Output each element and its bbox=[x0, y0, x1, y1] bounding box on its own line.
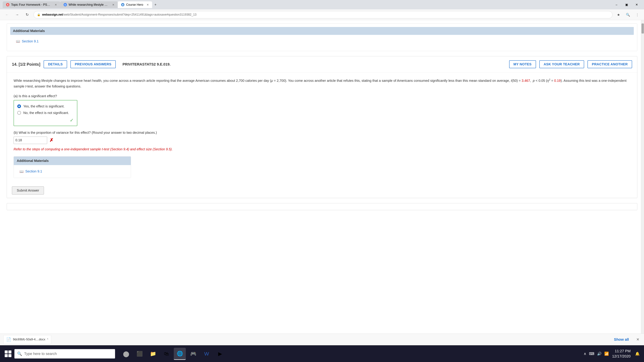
submit-answer-button[interactable]: Submit Answer bbox=[12, 186, 44, 195]
question-number: 14. [1/2 Points] bbox=[12, 62, 40, 67]
taskbar-icon-store[interactable]: 🛍 bbox=[160, 348, 172, 360]
media-icon: ▶ bbox=[218, 351, 222, 357]
chevron-up-icon[interactable]: ∧ bbox=[584, 352, 586, 356]
taskbar-search[interactable]: 🔍 Type here to search bbox=[14, 349, 115, 359]
am-body: 📖 Section 9.1 bbox=[14, 165, 131, 178]
show-all-button[interactable]: Show all bbox=[611, 336, 632, 343]
variance-input[interactable] bbox=[14, 137, 47, 144]
window-controls: – ▣ ✕ bbox=[612, 1, 641, 8]
new-tab-button[interactable]: + bbox=[152, 1, 159, 8]
search-icon: 🔍 bbox=[17, 352, 22, 356]
radio-group-a: Yes, the effect is significant. No, the … bbox=[14, 100, 77, 126]
notification-button[interactable]: 🔔 bbox=[634, 351, 641, 357]
folder-icon: 📁 bbox=[150, 351, 156, 357]
url-path: /web/Student/Assignment-Responses/submit… bbox=[63, 13, 196, 16]
task-view-icon: ⬛ bbox=[136, 351, 143, 357]
system-icons: ∧ ⌨ 🔊 📶 bbox=[584, 352, 609, 356]
scrollbar[interactable] bbox=[641, 20, 644, 334]
question-text: While researching lifestyle changes to i… bbox=[14, 77, 630, 89]
forward-button[interactable]: → bbox=[14, 11, 21, 18]
am-header: Additional Materials bbox=[14, 157, 131, 165]
docx-icon: 📄 bbox=[6, 337, 11, 342]
clock[interactable]: 11:27 PM 12/17/2020 bbox=[612, 349, 630, 359]
my-notes-button[interactable]: MY NOTES bbox=[509, 60, 536, 68]
search-button[interactable]: 🔍 bbox=[624, 11, 631, 18]
taskbar: 🔍 Type here to search ⬤ ⬛ 📁 🛍 🌐 🎮 bbox=[0, 345, 644, 362]
incorrect-xmark: ✗ bbox=[50, 137, 53, 143]
practice-another-button[interactable]: PRACTICE ANOTHER bbox=[588, 60, 632, 68]
part-b: (b) What is the proportion of variance f… bbox=[14, 131, 630, 152]
tab2-close[interactable]: ✕ bbox=[112, 3, 114, 6]
question-code: PRIVITERASTATS2 9.E.019. bbox=[122, 62, 170, 66]
start-button[interactable] bbox=[3, 349, 13, 359]
clock-date: 12/17/2020 bbox=[612, 354, 630, 359]
ask-teacher-button[interactable]: ASK YOUR TEACHER bbox=[539, 60, 584, 68]
tab1-close[interactable]: ✕ bbox=[55, 3, 57, 6]
tab3-title: Course Hero bbox=[126, 3, 143, 6]
prev-am-body: 📖 Section 9.1 bbox=[10, 35, 634, 48]
hint-text: Refer to the steps of computing a one-in… bbox=[14, 147, 630, 152]
word-icon: W bbox=[204, 351, 209, 357]
section-91-link[interactable]: 📖 Section 9.1 bbox=[17, 167, 128, 175]
details-button[interactable]: DETAILS bbox=[44, 60, 67, 68]
taskbar-icon-word[interactable]: W bbox=[200, 348, 213, 360]
tab1-favicon: A bbox=[6, 3, 10, 6]
previous-answers-button[interactable]: PREVIOUS ANSWERS bbox=[70, 60, 116, 68]
clock-time: 11:27 PM bbox=[612, 349, 630, 354]
browser-tab-1[interactable]: A Topic Four Homework - PSY-380 ✕ bbox=[3, 1, 60, 8]
steam-icon: 🎮 bbox=[190, 351, 196, 357]
radio-yes-circle[interactable] bbox=[17, 104, 21, 108]
download-bar: 📄 9dc69bfc-50a9-4....docx ^ Show all ✕ bbox=[0, 334, 644, 345]
network-icon[interactable]: 📶 bbox=[604, 352, 609, 356]
close-button[interactable]: ✕ bbox=[632, 1, 641, 8]
taskbar-icons: ⬤ ⬛ 📁 🛍 🌐 🎮 W ▶ bbox=[120, 348, 226, 360]
browser-tab-3[interactable]: ★ Course Hero ✕ bbox=[118, 1, 152, 8]
scrollbar-thumb[interactable] bbox=[642, 23, 644, 33]
prev-am-header: Additional Materials bbox=[10, 27, 634, 35]
volume-icon[interactable]: 🔊 bbox=[597, 352, 602, 356]
keyboard-icon[interactable]: ⌨ bbox=[589, 352, 594, 356]
taskbar-icon-steam[interactable]: 🎮 bbox=[187, 348, 199, 360]
part-a: (a) Is this a significant effect? Yes, t… bbox=[14, 94, 630, 126]
store-icon: 🛍 bbox=[164, 351, 169, 357]
start-icon bbox=[5, 351, 12, 357]
download-chevron-icon[interactable]: ^ bbox=[47, 338, 48, 341]
part-b-label: (b) What is the proportion of variance f… bbox=[14, 131, 630, 135]
bookmark-button[interactable]: ★ bbox=[615, 11, 622, 18]
prev-section-link[interactable]: 📖 Section 9.1 bbox=[13, 37, 631, 45]
question-body: While researching lifestyle changes to i… bbox=[7, 72, 637, 183]
search-placeholder-text: Type here to search bbox=[24, 352, 57, 356]
notification-icon: 🔔 bbox=[635, 352, 640, 356]
address-bar: ← → ↻ 🔒 webassign.net/web/Student/Assign… bbox=[0, 9, 644, 20]
part-a-label: (a) Is this a significant effect? bbox=[14, 94, 630, 98]
tab3-close[interactable]: ✕ bbox=[146, 3, 149, 6]
radio-yes-label: Yes, the effect is significant. bbox=[23, 104, 64, 108]
taskbar-icon-media[interactable]: ▶ bbox=[214, 348, 226, 360]
taskbar-icon-chrome[interactable]: 🌐 bbox=[174, 348, 186, 360]
url-domain: webassign.net bbox=[42, 13, 63, 16]
refresh-button[interactable]: ↻ bbox=[24, 11, 31, 18]
lock-icon: 🔒 bbox=[37, 13, 40, 16]
radio-no-circle[interactable] bbox=[17, 111, 21, 115]
taskbar-icon-cortana[interactable]: ⬤ bbox=[120, 348, 132, 360]
download-item[interactable]: 📄 9dc69bfc-50a9-4....docx ^ bbox=[3, 335, 51, 344]
taskbar-icon-file-explorer[interactable]: 📁 bbox=[147, 348, 159, 360]
close-download-button[interactable]: ✕ bbox=[635, 336, 641, 343]
prev-section-link-text: Section 9.1 bbox=[22, 39, 38, 43]
menu-button[interactable]: ⋮ bbox=[634, 11, 641, 18]
section-91-text: Section 9.1 bbox=[25, 169, 42, 173]
book-icon: 📖 bbox=[20, 169, 24, 173]
browser-tab-2[interactable]: G While researching lifestyle chang... ✕ bbox=[60, 1, 118, 8]
book-icon-prev: 📖 bbox=[16, 39, 20, 43]
text-input-row: ✗ bbox=[14, 137, 630, 144]
radio-option-no[interactable]: No, the effect is not significant. bbox=[17, 110, 74, 116]
maximize-button[interactable]: ▣ bbox=[622, 1, 631, 8]
radio-option-yes[interactable]: Yes, the effect is significant. bbox=[17, 103, 74, 110]
back-button[interactable]: ← bbox=[3, 11, 11, 18]
prev-additional-materials: Additional Materials 📖 Section 9.1 bbox=[7, 23, 637, 51]
additional-materials-box: Additional Materials 📖 Section 9.1 bbox=[14, 156, 131, 178]
taskbar-icon-task-view[interactable]: ⬛ bbox=[134, 348, 146, 360]
cortana-icon: ⬤ bbox=[123, 351, 129, 357]
minimize-button[interactable]: – bbox=[612, 1, 621, 8]
url-bar[interactable]: 🔒 webassign.net/web/Student/Assignment-R… bbox=[34, 11, 612, 18]
